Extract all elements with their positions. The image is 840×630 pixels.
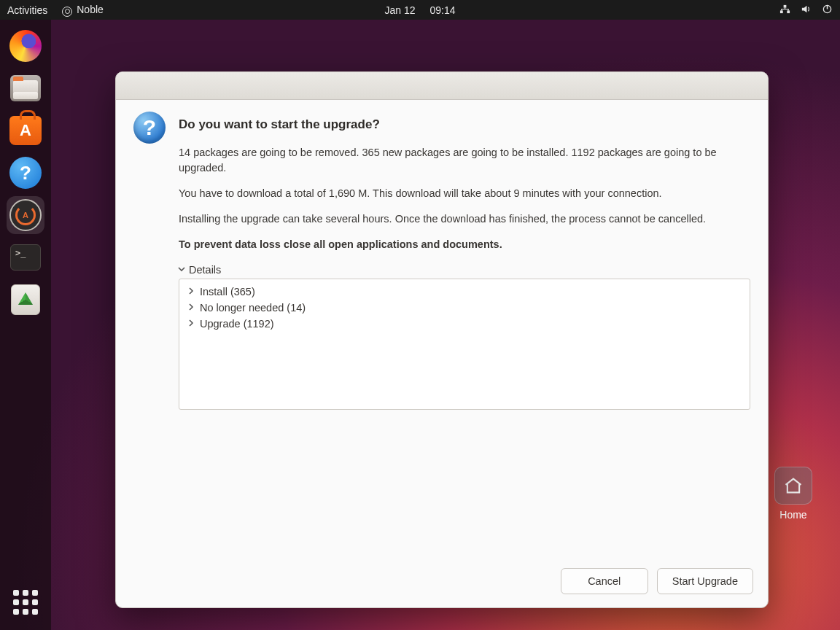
- activities-button[interactable]: Activities: [7, 4, 47, 16]
- dock-software[interactable]: [7, 112, 44, 149]
- details-toggle[interactable]: Details: [177, 264, 750, 276]
- dock-show-apps[interactable]: [7, 583, 44, 621]
- dialog-warning: To prevent data loss close all open appl…: [179, 237, 750, 252]
- desktop-home-folder[interactable]: Home: [774, 467, 812, 521]
- network-icon[interactable]: [779, 4, 790, 17]
- dialog-install-info: Installing the upgrade can take several …: [179, 211, 750, 227]
- clock[interactable]: Jan 12 09:14: [385, 4, 456, 16]
- tree-row-label: Install (365): [200, 286, 255, 298]
- files-icon: [10, 75, 41, 101]
- start-upgrade-button[interactable]: Start Upgrade: [657, 568, 753, 594]
- chevron-right-icon: [187, 286, 195, 298]
- tree-row-no-longer-needed[interactable]: No longer needed (14): [182, 300, 747, 316]
- home-folder-label: Home: [774, 509, 812, 521]
- cancel-button[interactable]: Cancel: [561, 568, 648, 594]
- dock-software-updater[interactable]: [7, 196, 44, 234]
- dialog-footer: Cancel Start Upgrade: [116, 558, 768, 607]
- svg-rect-2: [784, 4, 787, 7]
- dock-help[interactable]: ?: [7, 154, 44, 192]
- dock-files[interactable]: [7, 69, 44, 107]
- home-folder-icon: [774, 467, 812, 505]
- details-tree[interactable]: Install (365) No longer needed (14) Upgr…: [179, 279, 750, 410]
- software-store-icon: [9, 116, 42, 145]
- dialog-summary-packages: 14 packages are going to be removed. 365…: [179, 145, 750, 176]
- dialog-titlebar[interactable]: [116, 72, 768, 100]
- trash-icon: [11, 284, 40, 315]
- app-menu[interactable]: Noble: [62, 4, 104, 16]
- firefox-icon: [9, 30, 42, 62]
- upgrade-dialog: ? Do you want to start the upgrade? 14 p…: [115, 71, 769, 608]
- top-bar: Activities Noble Jan 12 09:14: [0, 0, 840, 20]
- dialog-heading: Do you want to start the upgrade?: [179, 117, 750, 132]
- dialog-download-info: You have to download a total of 1,690 M.…: [179, 186, 750, 201]
- volume-icon[interactable]: [801, 4, 812, 17]
- dock-terminal[interactable]: [7, 238, 44, 276]
- dock-trash[interactable]: [7, 281, 44, 319]
- help-icon: ?: [9, 157, 42, 189]
- power-icon[interactable]: [822, 4, 833, 17]
- terminal-icon: [10, 244, 41, 271]
- tree-row-label: Upgrade (1192): [200, 318, 274, 330]
- clock-date: Jan 12: [385, 4, 416, 16]
- question-icon: ?: [133, 112, 166, 144]
- clock-time: 09:14: [429, 4, 455, 16]
- app-menu-icon: [62, 7, 72, 17]
- chevron-down-icon: [177, 264, 186, 276]
- details-label: Details: [189, 264, 221, 276]
- app-menu-label: Noble: [77, 4, 104, 15]
- tree-row-label: No longer needed (14): [200, 302, 306, 314]
- svg-rect-0: [780, 10, 783, 13]
- software-updater-icon: [9, 199, 42, 231]
- tree-row-upgrade[interactable]: Upgrade (1192): [182, 316, 747, 332]
- chevron-right-icon: [187, 302, 195, 314]
- chevron-right-icon: [187, 318, 195, 330]
- dock-firefox[interactable]: [7, 27, 44, 65]
- tree-row-install[interactable]: Install (365): [182, 284, 747, 300]
- dock: ?: [0, 20, 51, 630]
- svg-rect-1: [787, 10, 790, 13]
